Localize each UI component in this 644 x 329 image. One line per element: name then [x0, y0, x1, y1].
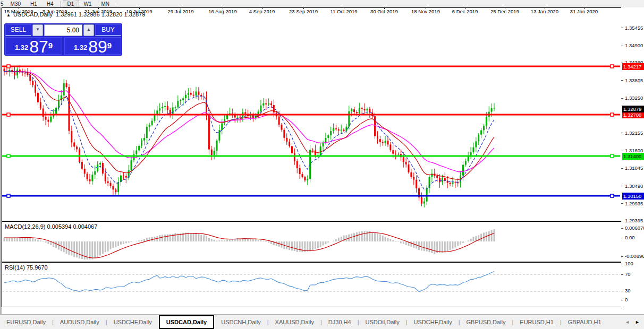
tab-scroll-buttons: ◄ ►	[625, 319, 644, 325]
candle-body	[24, 73, 26, 74]
sell-price-point: 9	[48, 38, 53, 54]
chart-tab-usdchf-daily[interactable]: USDCHF,Daily	[408, 316, 459, 328]
date-axis-label: 4 Sep 2019	[249, 8, 275, 14]
chart-tab-eurusd-h1[interactable]: EURUSD,H1	[513, 316, 560, 328]
candle-body	[32, 81, 33, 85]
candle-body	[353, 109, 355, 112]
candle-body	[364, 109, 366, 110]
timeframe-button-h1[interactable]: H1	[26, 1, 42, 7]
date-axis-label: 23 Sep 2019	[289, 8, 318, 14]
rsi-axis-label: 30	[621, 288, 644, 293]
timeframe-button-w1[interactable]: W1	[79, 1, 96, 7]
chart-tab-usdoil-daily[interactable]: USDOil,Daily	[359, 316, 405, 328]
candle-body	[341, 129, 342, 131]
macd-indicator-pane[interactable]: MACD(12,26,9) 0.005394 0.004067	[2, 221, 622, 262]
timeframe-button-5[interactable]: 5	[0, 1, 6, 7]
price-axis-label: 1.31045	[621, 165, 644, 171]
candle-body	[138, 146, 140, 151]
candle-body	[131, 160, 132, 170]
date-axis-label: 18 Nov 2019	[411, 8, 440, 14]
candle-body	[382, 142, 384, 143]
candle-body	[206, 97, 207, 115]
chart-tab-xauusd-daily[interactable]: XAUUSD,Daily	[269, 316, 320, 328]
candle-body	[351, 109, 352, 111]
candle-body	[84, 169, 86, 174]
ohlc-open: 1.32961	[56, 11, 77, 18]
buy-price-pips: 89	[88, 40, 107, 54]
line-drag-handle[interactable]	[7, 194, 10, 197]
price-axis-label: 1.30490	[621, 183, 644, 189]
candle-body	[278, 116, 280, 124]
price-axis-gutter: 1.354551.349001.343601.338051.332501.321…	[621, 7, 644, 314]
candle-body	[177, 101, 179, 107]
chart-tab-dj30-h4[interactable]: DJ30,H4	[322, 316, 358, 328]
rsi-label: RSI(14) 75.9670	[5, 264, 48, 271]
buy-button[interactable]: BUY	[95, 24, 121, 36]
sell-price-button[interactable]: 1.32 87 9	[5, 37, 62, 55]
candle-body	[403, 157, 404, 162]
timeframe-button-m30[interactable]: M30	[6, 1, 26, 7]
timeframe-button-d1[interactable]: D1	[63, 1, 79, 7]
candle-body	[76, 146, 78, 149]
candle-body	[89, 179, 90, 181]
chart-tab-gbpaud-h1[interactable]: GBPAUD,H1	[562, 316, 608, 328]
candle-body	[188, 93, 189, 95]
candle-body	[333, 128, 334, 131]
candle-body	[392, 150, 394, 154]
line-drag-handle[interactable]	[611, 65, 614, 68]
candle-body	[377, 136, 378, 139]
candle-body	[356, 112, 358, 113]
candle-body	[397, 154, 399, 154]
buy-price-figure: 1.32	[74, 42, 87, 54]
line-drag-handle[interactable]	[7, 65, 10, 68]
line-drag-handle[interactable]	[611, 113, 614, 116]
timeframe-button-mn[interactable]: MN	[96, 1, 114, 7]
candle-body	[436, 176, 438, 178]
chart-tab-eurusd-daily[interactable]: EURUSD,Daily	[0, 316, 52, 328]
chart-tab-bar: EURUSD,Daily|AUDUSD,Daily|USDCHF,DailyUS…	[0, 315, 644, 329]
candle-body	[387, 141, 388, 144]
volume-decrease-button[interactable]: ▼	[32, 24, 43, 36]
candle-body	[426, 188, 428, 201]
candle-body	[291, 146, 293, 153]
price-chart-pane[interactable]: ▲USDCAD,Daily 1.32961 1.32986 1.32820 1.…	[2, 7, 622, 221]
candle-body	[112, 186, 114, 189]
tab-scroll-left-icon[interactable]: ◄	[625, 319, 630, 325]
tab-scroll-right-icon[interactable]: ►	[635, 319, 640, 325]
collapse-panel-icon[interactable]: ▲	[6, 13, 11, 18]
rsi-indicator-pane[interactable]: RSI(14) 75.9670	[2, 262, 622, 307]
candle-body	[302, 174, 303, 177]
chart-tab-usdcad-daily[interactable]: USDCAD,Daily	[159, 316, 214, 328]
volume-increase-button[interactable]: ▲	[83, 24, 94, 36]
ohlc-high: 1.32986	[79, 11, 100, 18]
macd-axis-label: -0.008965	[621, 253, 644, 259]
line-drag-handle[interactable]	[7, 154, 10, 158]
candle-body	[154, 115, 155, 120]
candle-body	[71, 131, 72, 143]
candle-body	[45, 117, 47, 120]
candle-body	[327, 135, 329, 138]
line-drag-handle[interactable]	[611, 194, 614, 197]
candle-body	[87, 174, 88, 179]
line-drag-handle[interactable]	[7, 113, 10, 116]
level-price-badge: 1.34217	[622, 63, 644, 70]
line-drag-handle[interactable]	[611, 154, 614, 158]
buy-price-button[interactable]: 1.32 89 9	[64, 37, 121, 55]
volume-input[interactable]: 5.00	[44, 24, 82, 36]
rsi-chart[interactable]	[2, 263, 620, 306]
chart-tab-usdcnh-daily[interactable]: USDCNH,Daily	[215, 316, 267, 328]
chart-tab-audusd-daily[interactable]: AUDUSD,Daily	[54, 316, 106, 328]
timeframe-button-h4[interactable]: H4	[42, 1, 58, 7]
candle-body	[442, 178, 443, 182]
date-axis-label: 25 Dec 2019	[490, 8, 519, 14]
candle-body	[268, 103, 269, 105]
candle-body	[193, 95, 194, 96]
candle-body	[99, 163, 101, 164]
chart-tab-gbpusd-daily[interactable]: GBPUSD,Daily	[460, 316, 512, 328]
candle-body	[416, 180, 417, 188]
sell-button[interactable]: SELL	[5, 24, 31, 36]
candle-body	[40, 102, 41, 109]
candle-body	[338, 129, 340, 131]
candle-body	[348, 111, 350, 127]
chart-tab-usdchf-daily[interactable]: USDCHF,Daily	[107, 316, 158, 328]
